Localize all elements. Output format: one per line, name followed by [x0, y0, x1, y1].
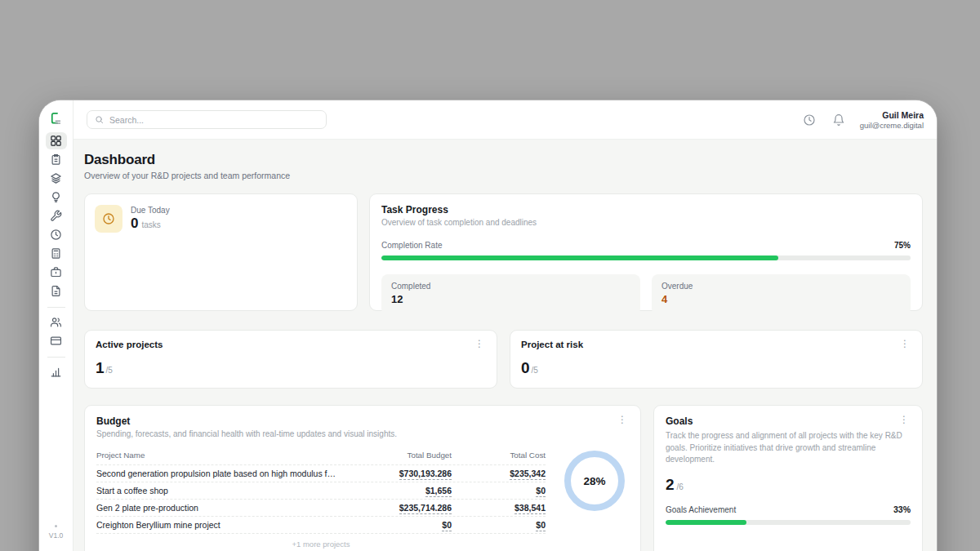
- sidebar-item-calculator[interactable]: [46, 245, 67, 262]
- budget-table-header: Project Name Total Budget Total Cost: [96, 451, 546, 465]
- row-bottom: Budget ⋮ Spending, forecasts, and financ…: [84, 405, 923, 551]
- users-icon: [50, 316, 62, 328]
- sidebar-item-portfolio[interactable]: [46, 264, 67, 281]
- total-cost-value[interactable]: $0: [536, 520, 546, 531]
- history-clock-button[interactable]: [803, 113, 816, 127]
- overdue-value: 4: [662, 293, 901, 305]
- project-at-risk-value: 0: [521, 359, 530, 377]
- lightbulb-icon: [50, 191, 62, 203]
- due-today-iconbox: [95, 205, 122, 233]
- row-stats: Active projects ⋮ 1 /5 Project at risk ⋮…: [84, 330, 923, 389]
- completion-rate-bar: [381, 256, 911, 260]
- completed-value: 12: [391, 293, 630, 305]
- user-email: guil@creme.digital: [860, 121, 924, 130]
- table-row[interactable]: Start a coffee shop $1,656 $0: [96, 482, 546, 500]
- goals-achievement-bar: [666, 520, 911, 525]
- project-name: Gen 2 plate pre-production: [96, 503, 345, 513]
- goals-title: Goals: [666, 415, 693, 427]
- total-cost-value[interactable]: $235,342: [510, 469, 546, 480]
- total-budget-value[interactable]: $0: [442, 520, 452, 531]
- sidebar-item-tasks[interactable]: [46, 151, 67, 168]
- sidebar-divider: [47, 357, 65, 358]
- page-title: Dashboard: [84, 140, 923, 168]
- project-name: Start a coffee shop: [96, 486, 345, 495]
- clock-icon: [102, 212, 115, 225]
- topbar: Guil Meira guil@creme.digital: [74, 100, 937, 140]
- goals-achievement-label: Goals Achievement: [666, 505, 736, 514]
- goals-value: 2: [666, 476, 675, 494]
- total-budget-value[interactable]: $1,656: [425, 486, 452, 497]
- completion-rate-label: Completion Rate: [381, 241, 442, 250]
- task-progress-card: Task Progress Overview of task completio…: [369, 193, 923, 311]
- sidebar-item-documents[interactable]: [46, 282, 67, 300]
- search-icon: [95, 115, 104, 124]
- project-at-risk-card: Project at risk ⋮ 0 /5: [510, 330, 923, 389]
- sidebar-item-billing[interactable]: [46, 332, 67, 349]
- active-projects-title: Active projects: [96, 340, 163, 349]
- project-name: Second generation propulsion plate based…: [96, 469, 345, 478]
- dashboard-content: Dashboard Overview of your R&D projects …: [74, 140, 937, 551]
- kebab-menu-icon[interactable]: ⋮: [616, 415, 629, 424]
- sidebar-item-analytics[interactable]: [46, 363, 67, 380]
- col-total-cost: Total Cost: [452, 451, 546, 460]
- page-subtitle: Overview of your R&D projects and team p…: [84, 171, 923, 180]
- completion-rate-bar-fill: [381, 256, 778, 260]
- project-name: Creighton Beryllium mine project: [96, 520, 345, 530]
- briefcase-icon: [50, 266, 62, 278]
- budget-ring-chart: 28%: [564, 451, 625, 511]
- budget-subtitle: Spending, forecasts, and financial healt…: [96, 429, 629, 438]
- bell-icon: [832, 113, 845, 127]
- total-cost-value[interactable]: $0: [536, 486, 546, 497]
- project-at-risk-total: /5: [532, 366, 538, 375]
- table-row[interactable]: Creighton Beryllium mine project $0 $0: [96, 517, 546, 534]
- notifications-bell-button[interactable]: [832, 113, 845, 127]
- due-today-value: 0: [131, 216, 138, 232]
- overdue-stat-box: Overdue 4: [652, 274, 911, 315]
- grid-icon: [50, 135, 62, 147]
- sidebar-item-time[interactable]: [46, 226, 67, 243]
- goals-achievement-bar-fill: [666, 520, 746, 525]
- table-row[interactable]: Gen 2 plate pre-production $235,714.286 …: [96, 500, 546, 517]
- sidebar-item-dashboard[interactable]: [46, 132, 67, 149]
- budget-ring-wrap: 28%: [560, 451, 629, 549]
- clipboard-icon: [50, 153, 62, 166]
- clock-icon: [50, 229, 62, 241]
- credit-card-icon: [50, 335, 62, 347]
- kebab-menu-icon[interactable]: ⋮: [473, 340, 486, 348]
- active-projects-value: 1: [96, 359, 105, 377]
- status-dot: [55, 525, 57, 527]
- goals-total: /6: [677, 482, 684, 491]
- topbar-actions: Guil Meira guil@creme.digital: [786, 110, 924, 130]
- file-icon: [50, 285, 62, 297]
- app-logo-icon: [48, 110, 65, 127]
- calculator-icon: [50, 247, 62, 260]
- total-budget-value[interactable]: $730,193.286: [399, 469, 452, 480]
- sidebar-divider: [47, 307, 65, 308]
- more-projects-link[interactable]: +1 more projects: [96, 534, 546, 549]
- sidebar-item-projects[interactable]: [46, 170, 67, 187]
- kebab-menu-icon[interactable]: ⋮: [898, 415, 911, 424]
- user-name: Guil Meira: [860, 110, 924, 120]
- clock-icon: [803, 113, 816, 127]
- completed-label: Completed: [391, 282, 630, 291]
- active-projects-total: /5: [106, 366, 113, 375]
- user-menu[interactable]: Guil Meira guil@creme.digital: [860, 110, 924, 130]
- kebab-menu-icon[interactable]: ⋮: [898, 340, 911, 348]
- search-input[interactable]: [109, 115, 318, 125]
- search-box[interactable]: [87, 110, 327, 129]
- bar-chart-icon: [50, 366, 62, 378]
- sidebar-item-tools[interactable]: [46, 207, 67, 224]
- table-row[interactable]: Second generation propulsion plate based…: [96, 465, 546, 482]
- total-cost-value[interactable]: $38,541: [514, 503, 546, 514]
- sidebar-item-ideas[interactable]: [46, 189, 67, 206]
- main-area: Guil Meira guil@creme.digital Dashboard …: [74, 100, 937, 551]
- budget-table: Project Name Total Budget Total Cost Sec…: [96, 451, 546, 549]
- project-at-risk-title: Project at risk: [521, 340, 583, 349]
- total-budget-value[interactable]: $235,714.286: [399, 503, 452, 514]
- budget-ring-value: 28%: [583, 475, 605, 487]
- budget-title: Budget: [96, 415, 130, 427]
- active-projects-card: Active projects ⋮ 1 /5: [84, 330, 497, 389]
- sidebar-item-team[interactable]: [46, 313, 67, 331]
- task-progress-title: Task Progress: [381, 204, 911, 216]
- due-today-card[interactable]: Due Today 0 tasks: [84, 193, 358, 311]
